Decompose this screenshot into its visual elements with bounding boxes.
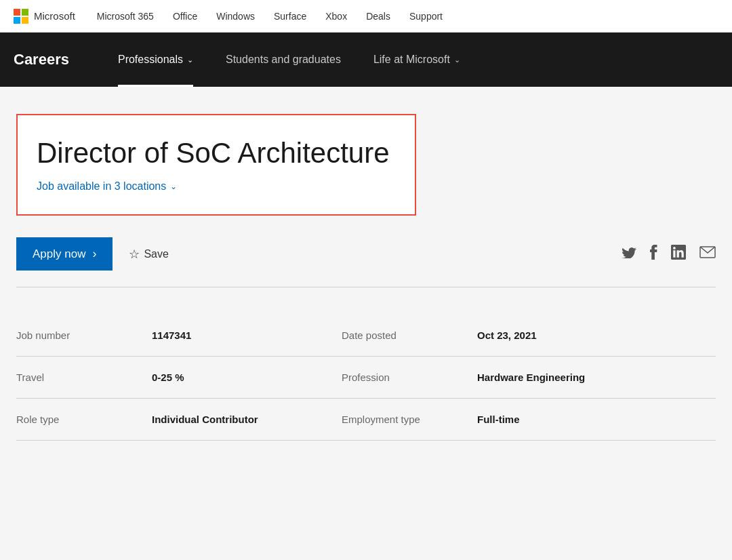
details-table: Job number 1147341 Date posted Oct 23, 2… [16, 315, 716, 441]
facebook-icon [650, 245, 657, 260]
careers-nav-life-label: Life at Microsoft [373, 54, 450, 66]
careers-nav-students[interactable]: Students and graduates [209, 33, 357, 87]
nav-item-deals[interactable]: Deals [366, 10, 390, 22]
logo-yellow-square [22, 17, 28, 24]
facebook-share-button[interactable] [650, 245, 657, 263]
save-button[interactable]: Save [129, 247, 168, 262]
email-share-button[interactable] [699, 246, 716, 262]
mail-icon [699, 246, 716, 258]
travel-value: 0-25 % [152, 372, 342, 383]
careers-nav-items: Professionals ⌄ Students and graduates L… [102, 33, 476, 87]
date-posted-label: Date posted [342, 329, 477, 341]
star-icon [129, 247, 140, 262]
linkedin-icon [671, 245, 686, 260]
nav-item-windows[interactable]: Windows [216, 10, 255, 22]
profession-label: Profession [342, 372, 477, 383]
main-content: Director of SoC Architecture Job availab… [0, 87, 732, 468]
action-left: Apply now › Save [16, 237, 169, 271]
employment-type-label: Employment type [342, 414, 477, 425]
top-nav: Microsoft Microsoft 365 Office Windows S… [0, 0, 732, 33]
job-locations-link[interactable]: Job available in 3 locations ⌄ [37, 180, 396, 193]
employment-type-value: Full-time [477, 414, 716, 425]
ms-logo-grid [14, 9, 28, 24]
careers-nav-professionals-label: Professionals [118, 54, 183, 66]
top-nav-items: Microsoft 365 Office Windows Surface Xbo… [97, 10, 443, 22]
nav-item-office[interactable]: Office [173, 10, 197, 22]
role-type-label: Role type [16, 414, 152, 425]
date-posted-value: Oct 23, 2021 [477, 329, 716, 341]
nav-item-xbox[interactable]: Xbox [325, 10, 347, 22]
profession-value: Hardware Engineering [477, 372, 716, 383]
job-title: Director of SoC Architecture [37, 137, 396, 169]
action-bar: Apply now › Save [16, 237, 716, 287]
careers-nav-life[interactable]: Life at Microsoft ⌄ [357, 33, 476, 87]
nav-item-ms365[interactable]: Microsoft 365 [97, 10, 154, 22]
detail-row-roletype: Role type Individual Contributor Employm… [16, 399, 716, 441]
careers-nav-professionals[interactable]: Professionals ⌄ [102, 33, 209, 87]
twitter-share-button[interactable] [622, 246, 636, 262]
nav-item-surface[interactable]: Surface [274, 10, 306, 22]
role-type-value: Individual Contributor [152, 414, 342, 425]
microsoft-logo[interactable]: Microsoft [14, 9, 75, 24]
social-icons [622, 245, 716, 263]
careers-nav: Careers Professionals ⌄ Students and gra… [0, 33, 732, 87]
logo-green-square [22, 9, 28, 16]
microsoft-logo-text: Microsoft [34, 10, 75, 22]
apply-now-label: Apply now [33, 247, 85, 261]
job-number-value: 1147341 [152, 329, 342, 341]
careers-nav-students-label: Students and graduates [226, 54, 341, 66]
apply-arrow-icon: › [92, 247, 96, 261]
logo-red-square [14, 9, 20, 16]
detail-row-travel: Travel 0-25 % Profession Hardware Engine… [16, 357, 716, 399]
locations-chevron-icon: ⌄ [170, 182, 177, 191]
apply-now-button[interactable]: Apply now › [16, 237, 113, 271]
travel-label: Travel [16, 372, 152, 383]
professionals-chevron-icon: ⌄ [187, 56, 193, 64]
job-locations-text: Job available in 3 locations [37, 180, 166, 193]
detail-row-jobnumber: Job number 1147341 Date posted Oct 23, 2… [16, 315, 716, 357]
nav-item-support[interactable]: Support [409, 10, 443, 22]
twitter-icon-svg [622, 246, 636, 258]
careers-title: Careers [14, 51, 69, 68]
job-title-box: Director of SoC Architecture Job availab… [16, 114, 416, 216]
logo-blue-square [14, 17, 20, 24]
job-number-label: Job number [16, 329, 152, 341]
life-chevron-icon: ⌄ [454, 56, 460, 64]
save-label: Save [144, 248, 168, 260]
linkedin-share-button[interactable] [671, 245, 686, 263]
